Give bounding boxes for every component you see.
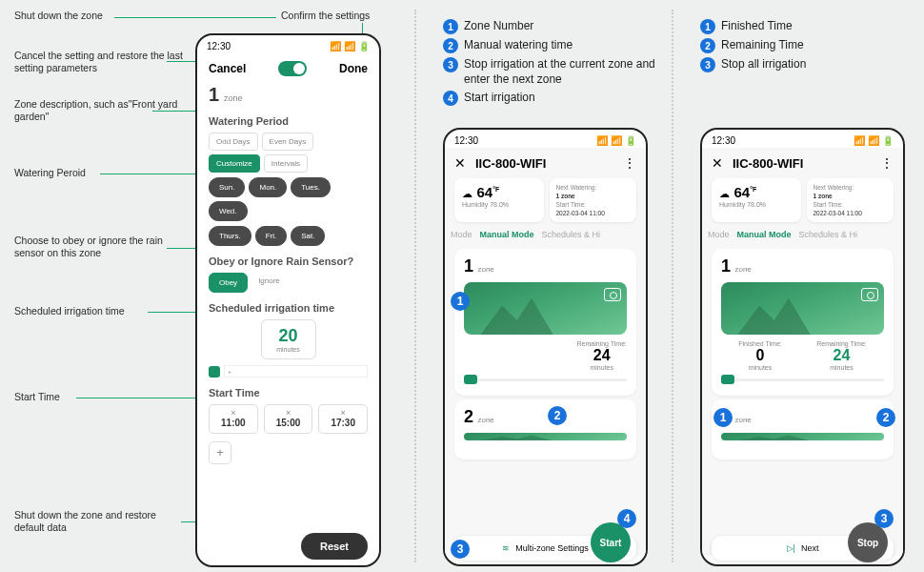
mode-tabs[interactable]: Mode Manual Mode Schedules & Hi (445, 230, 646, 245)
device-title: IIC-800-WIFI (733, 156, 871, 171)
close-button[interactable]: ✕ (712, 155, 723, 171)
time-slot-2[interactable]: ×15:00 (264, 404, 313, 434)
reset-button[interactable]: Reset (301, 533, 368, 560)
zone-image (721, 282, 884, 335)
day-thu[interactable]: Thurs. (209, 226, 251, 246)
zone-2-card[interactable]: 2 zone (712, 399, 894, 460)
period-customize[interactable]: Customize (209, 154, 260, 173)
zone-image (464, 282, 627, 335)
weather-card: ☁ 64°F Humidity 78.0% (712, 178, 801, 222)
start-button[interactable]: Start (591, 522, 631, 562)
device-title: IIC-800-WIFI (475, 156, 613, 171)
day-wed[interactable]: Wed. (209, 201, 248, 221)
day-fri[interactable]: Fri. (255, 226, 288, 246)
next-icon: ▷| (787, 543, 795, 553)
clock: 12:30 (454, 135, 478, 146)
next-watering-card: Next Watering: 1 zone Start Time: 2022-0… (807, 178, 894, 222)
clock: 12:30 (207, 41, 231, 51)
zone-1-card[interactable]: 1 zone Finished Time: 0 minutes Remainin… (712, 249, 894, 396)
day-mon[interactable]: Mon. (249, 177, 287, 197)
status-bar: 12:30 📶📶🔋 (197, 35, 379, 53)
day-sun[interactable]: Sun. (209, 177, 245, 197)
zone-toggle[interactable] (278, 61, 307, 76)
tab-manual[interactable]: Manual Mode (737, 230, 792, 239)
period-options: Odd Days Even Days Customize Intervals (209, 133, 368, 173)
duration-input[interactable]: 20 minutes (261, 319, 316, 359)
manual-mode-screen-start: 12:30📶📶🔋 ✕ IIC-800-WIFI ⋮ ☁ 64°F Humidit… (443, 128, 648, 566)
tab-schedules[interactable]: Schedules & Hi (799, 230, 858, 239)
duration-slider[interactable]: ▸ (209, 365, 368, 378)
anno-shutdown: Shut down the zone (14, 10, 186, 22)
clock: 12:30 (712, 135, 735, 146)
time-slider[interactable] (464, 375, 627, 384)
zone-1-card[interactable]: 1 zone Remaining Time: 24 minutes (454, 249, 636, 396)
anno-rain-sensor: Choose to obey or ignore the rain sensor… (14, 235, 186, 259)
duration-value: 20 (262, 326, 315, 346)
ignore-button[interactable]: Ignore (251, 273, 287, 293)
anno-confirm: Confirm the settings (281, 10, 370, 22)
time-slot-3[interactable]: ×17:30 (318, 404, 368, 434)
settings-screen: 12:30 📶📶🔋 Cancel Done 1 zone Watering Pe… (195, 33, 381, 567)
tab-mode[interactable]: Mode (451, 230, 472, 239)
start-time-title: Start Time (209, 387, 368, 398)
obey-button[interactable]: Obey (209, 273, 248, 293)
zone-label: zone (224, 93, 243, 103)
add-time-button[interactable]: + (209, 441, 231, 464)
status-icons: 📶📶🔋 (330, 41, 370, 51)
legend-phone2: 1Zone Number 2Manual watering time 3Stop… (443, 19, 662, 110)
legend-phone3: 1Finished Time 2Remaining Time 3Stop all… (700, 19, 910, 76)
scheduled-title: Scheduled irrigation time (209, 302, 368, 314)
next-watering-card: Next Watering: 1 zone Start Time: 2022-0… (550, 178, 637, 222)
day-tue[interactable]: Tues. (291, 177, 331, 197)
tab-mode[interactable]: Mode (708, 230, 730, 239)
duration-unit: minutes (262, 346, 315, 353)
period-even[interactable]: Even Days (262, 133, 314, 151)
zone-number: 1 (209, 84, 219, 105)
menu-button[interactable]: ⋮ (623, 155, 636, 171)
menu-button[interactable]: ⋮ (880, 155, 894, 171)
layers-icon: ≋ (502, 543, 510, 553)
day-options: Sun. Mon. Tues. Wed. (209, 177, 368, 221)
camera-icon[interactable] (604, 288, 621, 301)
camera-icon[interactable] (861, 288, 878, 301)
period-odd[interactable]: Odd Days (209, 133, 258, 151)
cancel-button[interactable]: Cancel (209, 62, 246, 75)
time-slider[interactable] (721, 375, 884, 384)
period-intervals[interactable]: Intervals (264, 154, 308, 173)
done-button[interactable]: Done (339, 62, 368, 75)
zone-2-card[interactable]: 2 zone (454, 399, 636, 460)
manual-mode-screen-stop: 12:30📶📶🔋 ✕ IIC-800-WIFI ⋮ ☁ 64°F Humidit… (700, 128, 905, 566)
day-sat[interactable]: Sat. (291, 226, 325, 246)
zone-header: 1 zone (209, 84, 368, 106)
anno-cancel: Cancel the setting and restore the last … (14, 50, 186, 74)
weather-card: ☁ 64°F Humidity 78.0% (454, 178, 544, 222)
tab-schedules[interactable]: Schedules & Hi (542, 230, 601, 239)
close-button[interactable]: ✕ (454, 155, 466, 171)
stop-button[interactable]: Stop (848, 522, 888, 562)
watering-period-title: Watering Period (209, 115, 368, 127)
mode-tabs[interactable]: Mode Manual Mode Schedules & Hi (702, 230, 903, 245)
tab-manual[interactable]: Manual Mode (480, 230, 534, 239)
rain-sensor-title: Obey or Ignore Rain Sensor? (209, 255, 368, 267)
anno-reset: Shut down the zone and restore default d… (14, 509, 186, 534)
time-slot-1[interactable]: ×11:00 (209, 404, 258, 434)
